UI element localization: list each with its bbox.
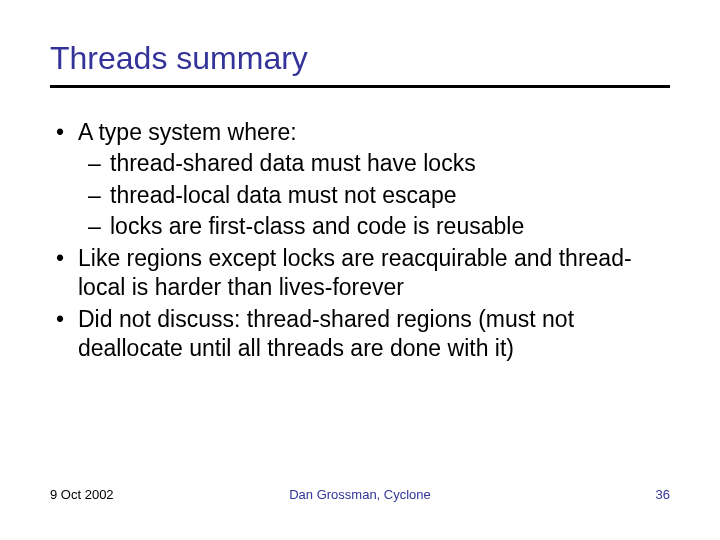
dash-icon: –	[88, 212, 110, 241]
bullet-text: A type system where:	[78, 118, 670, 147]
bullet-text: Did not discuss: thread-shared regions (…	[78, 305, 670, 364]
dash-icon: –	[88, 149, 110, 178]
bullet-dot-icon: •	[50, 305, 78, 364]
bullet-text: Like regions except locks are reacquirab…	[78, 244, 670, 303]
sub-bullet-text: thread-local data must not escape	[110, 181, 670, 210]
title-rule	[50, 85, 670, 88]
sub-bullet-item: – locks are first-class and code is reus…	[88, 212, 670, 241]
slide-footer: 9 Oct 2002 Dan Grossman, Cyclone 36	[50, 487, 670, 502]
dash-icon: –	[88, 181, 110, 210]
sub-bullet-text: locks are first-class and code is reusab…	[110, 212, 670, 241]
slide: Threads summary • A type system where: –…	[0, 0, 720, 540]
footer-date: 9 Oct 2002	[50, 487, 114, 502]
footer-author: Dan Grossman, Cyclone	[289, 487, 431, 502]
sub-bullet-text: thread-shared data must have locks	[110, 149, 670, 178]
slide-content: • A type system where: – thread-shared d…	[50, 118, 670, 364]
slide-title: Threads summary	[50, 40, 670, 77]
footer-page-number: 36	[656, 487, 670, 502]
bullet-dot-icon: •	[50, 244, 78, 303]
bullet-dot-icon: •	[50, 118, 78, 147]
bullet-item: • Like regions except locks are reacquir…	[50, 244, 670, 303]
sub-bullet-item: – thread-shared data must have locks	[88, 149, 670, 178]
bullet-item: • A type system where:	[50, 118, 670, 147]
bullet-item: • Did not discuss: thread-shared regions…	[50, 305, 670, 364]
sub-bullet-item: – thread-local data must not escape	[88, 181, 670, 210]
